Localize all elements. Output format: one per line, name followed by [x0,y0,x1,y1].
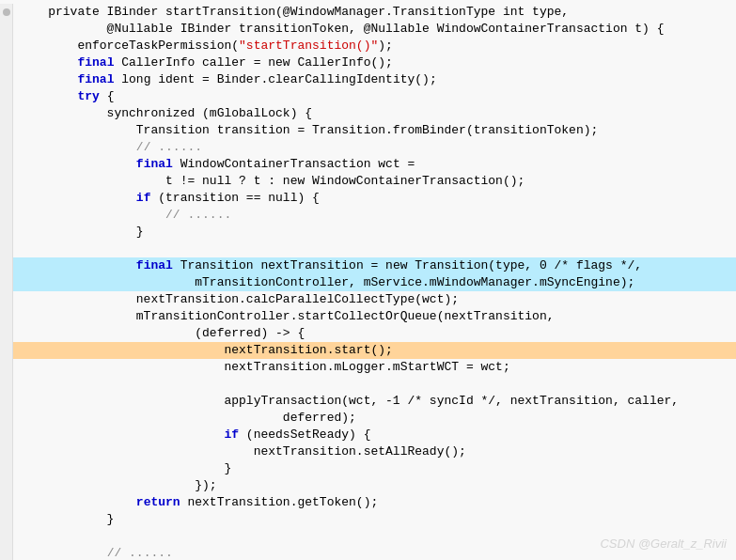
line-content: applyTransaction(wct, -1 /* syncId */, n… [13,393,736,410]
token-kw: final [77,71,114,88]
line-content: try { [13,88,736,105]
token-plain: } [19,460,231,477]
line-gutter [0,511,13,528]
line-content: @Nullable IBinder transitionToken, @Null… [13,21,736,38]
token-plain: }); [19,477,217,494]
token-plain: long ident = Binder.clearCallingIdentity… [114,71,436,88]
line-content: if (transition == null) { [13,190,736,207]
line-content: } [13,460,736,477]
token-plain: { [100,88,115,105]
token-plain: mTransitionController.startCollectOrQueu… [19,308,555,325]
line-gutter [0,393,13,410]
token-plain: mTransitionController, mService.mWindowM… [19,274,634,291]
line-content: final WindowContainerTransaction wct = [13,156,736,173]
line-content: nextTransition.mLogger.mStartWCT = wct; [13,359,736,376]
token-plain: nextTransition.mLogger.mStartWCT = wct; [19,359,510,376]
token-plain [19,71,77,88]
code-line [0,241,736,257]
token-plain [19,376,26,393]
line-content: nextTransition.start(); [13,342,736,359]
line-gutter [0,122,13,139]
line-gutter [0,139,13,156]
code-line: deferred); [0,410,736,427]
line-gutter [0,241,13,257]
line-gutter [0,173,13,190]
code-line: Transition transition = Transition.fromB… [0,122,736,139]
token-plain: enforceTaskPermission( [19,38,239,54]
token-plain [19,207,165,224]
line-gutter [0,359,13,376]
code-line: applyTransaction(wct, -1 /* syncId */, n… [0,393,736,410]
line-gutter [0,460,13,477]
line-gutter [0,207,13,224]
token-plain [19,241,26,257]
token-plain: WindowContainerTransaction wct = [173,156,415,173]
code-line: @Nullable IBinder transitionToken, @Null… [0,21,736,38]
line-content: (deferred) -> { [13,325,736,342]
token-plain: @Nullable IBinder transitionToken, @Null… [19,21,665,38]
line-gutter [0,156,13,173]
line-content: nextTransition.setAllReady(); [13,443,736,460]
token-plain [19,494,136,511]
code-line: if (transition == null) { [0,190,736,207]
code-line: mTransitionController, mService.mWindowM… [0,274,736,291]
token-comment: // ...... [136,139,202,156]
code-container: private IBinder startTransition(@WindowM… [0,0,736,560]
token-str: "startTransition()" [239,38,378,54]
line-content [13,528,736,545]
line-content: } [13,511,736,528]
line-content: t != null ? t : new WindowContainerTrans… [13,173,736,190]
line-gutter [0,105,13,122]
token-plain [19,528,26,545]
token-plain: nextTransition.getToken(); [180,494,379,511]
line-content: }); [13,477,736,494]
code-line: } [0,224,736,241]
lines-wrapper: private IBinder startTransition(@WindowM… [0,4,736,560]
line-gutter [0,257,13,274]
code-line: nextTransition.setAllReady(); [0,443,736,460]
line-gutter [0,21,13,38]
token-plain: deferred); [19,410,356,427]
line-content: mTransitionController.startCollectOrQueu… [13,308,736,325]
code-line: synchronized (mGlobalLock) { [0,105,736,122]
code-line: final Transition nextTransition = new Tr… [0,257,736,274]
line-gutter [0,4,13,21]
line-content: // ...... [13,207,736,224]
line-gutter [0,477,13,494]
line-gutter [0,291,13,308]
code-line: private IBinder startTransition(@WindowM… [0,4,736,21]
line-content: enforceTaskPermission("startTransition()… [13,38,736,54]
token-plain: (needsSetReady) { [239,427,370,443]
token-kw: return [136,494,180,511]
code-line: nextTransition.mLogger.mStartWCT = wct; [0,359,736,376]
code-line: mTransitionController.startCollectOrQueu… [0,308,736,325]
line-content: if (needsSetReady) { [13,427,736,443]
code-line: (deferred) -> { [0,325,736,342]
code-line: return nextTransition.getToken(); [0,494,736,511]
line-gutter [0,443,13,460]
token-plain: (transition == null) { [150,190,319,207]
token-plain: synchronized (mGlobalLock) { [19,105,312,122]
token-kw: if [224,427,239,443]
token-kw: if [136,190,151,207]
line-content: mTransitionController, mService.mWindowM… [13,274,736,291]
line-content: deferred); [13,410,736,427]
line-gutter [0,427,13,443]
token-kw: final [136,257,173,274]
line-content [13,241,736,257]
code-line: nextTransition.calcParallelCollectType(w… [0,291,736,308]
line-gutter [0,494,13,511]
token-plain [19,139,136,156]
token-kw: final [77,54,114,71]
line-gutter [0,308,13,325]
gutter-dot [3,8,10,16]
line-content: // ...... [13,545,736,560]
token-plain [19,545,107,560]
line-content: nextTransition.calcParallelCollectType(w… [13,291,736,308]
line-gutter [0,38,13,54]
code-line: if (needsSetReady) { [0,427,736,443]
token-plain: nextTransition.calcParallelCollectType(w… [19,291,459,308]
code-line: nextTransition.start(); [0,342,736,359]
token-plain: nextTransition.setAllReady(); [19,443,466,460]
code-line: final WindowContainerTransaction wct = [0,156,736,173]
